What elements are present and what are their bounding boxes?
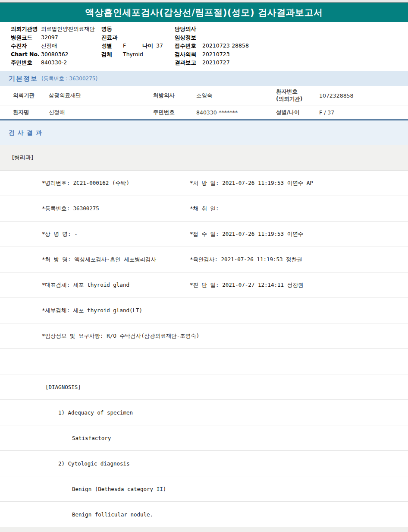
- patient-info-col3: 담당의사 임상정보 접수번호20210723-28858 검사의뢰2021072…: [175, 25, 249, 67]
- field-label: 담당의사: [175, 25, 202, 33]
- field-value: Thyroid: [123, 51, 143, 57]
- field-hospital-code: 병원코드32097: [11, 33, 95, 42]
- report-page: 액상흡인세포검사(갑상선/림프절)(성모) 검사결과보고서 의뢰기관명의료법인양…: [0, 0, 408, 532]
- sex-age-label: 성별/나이: [276, 108, 300, 116]
- report-title: 액상흡인세포검사(갑상선/림프절)(성모) 검사결과보고서: [85, 6, 323, 19]
- result-left: 2) Cytologic diagnosis: [58, 460, 130, 467]
- field-label: 병원코드: [11, 33, 41, 42]
- patient-info-col1: 의뢰기관명의료법인양진의료재단 병원코드32097 수진자신정애 Chart N…: [11, 25, 95, 67]
- field-ward: 병동: [101, 25, 163, 33]
- patient-info-col2: 병동 진료과 성별F나이37 검체Thyroid: [101, 25, 163, 58]
- row-registration-no: *등록번호: 36300275 *채 취 일:: [0, 196, 408, 222]
- patient-no-org-value: 1072328858: [319, 92, 354, 99]
- field-label: 접수번호: [175, 41, 202, 50]
- patient-name-label: 환자명: [13, 108, 29, 116]
- field-value: 20210727: [202, 59, 230, 66]
- results-section: 검 사 결 과 [병리과] *병리번호: ZC21-000162 (수탁) *처…: [0, 120, 408, 527]
- field-label: 성별: [101, 41, 123, 50]
- row-empty: [0, 349, 408, 374]
- prescribing-doctor-value: 조영숙: [196, 92, 213, 99]
- report-title-bar: 액상흡인세포검사(갑상선/림프절)(성모) 검사결과보고서: [0, 3, 408, 22]
- basic-info-row-2: 환자명 신정애 주민번호 840330-******* 성별/나이 F / 37: [0, 105, 408, 119]
- row-representative-specimen: *대표검체: 세포 thyroid gland *진 단 일: 2021-07-…: [0, 272, 408, 298]
- field-label: 주민번호: [11, 58, 41, 67]
- field-chart-no: Chart No.30080362: [11, 50, 95, 59]
- results-header: 검 사 결 과: [0, 120, 408, 145]
- basic-info-header: 기본정보 (등록번호 : 36300275): [0, 71, 408, 86]
- row-sub-specimen: *세부검체: 세포 thyroid gland(LT): [0, 298, 408, 323]
- bottom-strip: [0, 527, 408, 532]
- field-clinical-info: 임상정보: [175, 33, 249, 42]
- field-label: Chart No.: [11, 50, 41, 59]
- result-left: *처 방 명: 액상세포검사-흡인 세포병리검사: [42, 256, 156, 263]
- resident-no-value: 840330-*******: [196, 109, 238, 115]
- sex-age-value: F / 37: [319, 109, 334, 115]
- row-pathology-no: *병리번호: ZC21-000162 (수탁) *처 방 일: 2021-07-…: [0, 171, 408, 196]
- field-resident-no: 주민번호840330-2: [11, 58, 95, 67]
- result-right: *처 방 일: 2021-07-26 11:19:53 이연수 AP: [190, 180, 313, 187]
- result-left: Benign follicular nodule.: [72, 511, 153, 518]
- patient-name-value: 신정애: [49, 108, 65, 116]
- field-value-age: 37: [156, 42, 163, 49]
- row-cytologic-diagnosis: 2) Cytologic diagnosis: [0, 451, 408, 476]
- prescribing-doctor-label: 처방의사: [153, 92, 175, 99]
- field-label: 검사의뢰: [175, 50, 202, 59]
- result-right: *채 취 일:: [190, 205, 219, 212]
- department-label: [병리과]: [12, 154, 33, 162]
- row-benign-bethesda: Benign (Bethesda category II): [0, 476, 408, 502]
- row-satisfactory: Satisfactory: [0, 425, 408, 451]
- result-left: *등록번호: 36300275: [42, 205, 99, 212]
- patient-info-block: 의뢰기관명의료법인양진의료재단 병원코드32097 수진자신정애 Chart N…: [0, 22, 408, 68]
- referring-org-value: 삼광의료재단: [49, 92, 81, 99]
- result-left: *임상정보 및 요구사항: R/O 수탁검사(삼광의료재단-조영숙): [42, 332, 199, 340]
- field-label-age: 나이: [142, 41, 156, 50]
- patient-no-org-label: 환자번호 (의뢰기관): [276, 88, 302, 103]
- department-row: [병리과]: [0, 145, 408, 171]
- result-left: *병리번호: ZC21-000162 (수탁): [42, 180, 129, 187]
- basic-info-reg-no: (등록번호 : 36300275): [41, 75, 97, 82]
- field-sex-age: 성별F나이37: [101, 41, 163, 50]
- field-label: 수진자: [11, 41, 41, 50]
- row-benign-follicular: Benign follicular nodule.: [0, 502, 408, 527]
- row-clinical-request: *임상정보 및 요구사항: R/O 수탁검사(삼광의료재단-조영숙): [0, 323, 408, 349]
- field-receipt-no: 접수번호20210723-28858: [175, 41, 249, 50]
- row-order-name: *처 방 명: 액상세포검사-흡인 세포병리검사 *육안검사: 2021-07-…: [0, 247, 408, 272]
- field-value: 의료법인양진의료재단: [41, 25, 95, 32]
- field-label: 임상정보: [175, 33, 202, 42]
- basic-info-heading: 기본정보: [9, 75, 38, 83]
- results-heading: 검 사 결 과: [9, 129, 42, 137]
- result-right: *진 단 일: 2021-07-27 12:14:11 정찬권: [190, 282, 303, 289]
- field-value: 30080362: [41, 51, 69, 57]
- field-label: 병동: [101, 25, 123, 33]
- field-value: 20210723-28858: [202, 42, 249, 49]
- result-left: *상 병 명: -: [42, 231, 78, 238]
- row-diagnosis-header: [DIAGNOSIS]: [0, 374, 408, 400]
- field-institution-name: 의뢰기관명의료법인양진의료재단: [11, 25, 95, 33]
- result-right: *육안검사: 2021-07-26 11:19:53 정찬권: [190, 256, 302, 263]
- field-label: 결과보고: [175, 58, 202, 67]
- result-right: *접 수 일: 2021-07-26 11:19:53 이연수: [190, 231, 303, 238]
- field-value: 20210723: [202, 51, 230, 57]
- resident-no-label: 주민번호: [153, 108, 175, 116]
- field-label: 의뢰기관명: [11, 25, 41, 33]
- field-value: 신정애: [41, 42, 57, 49]
- field-report-date: 결과보고20210727: [175, 58, 249, 67]
- basic-info-row-1: 의뢰기관 삼광의료재단 처방의사 조영숙 환자번호 (의뢰기관) 1072328…: [0, 86, 408, 105]
- result-left: Benign (Bethesda category II): [72, 486, 166, 492]
- field-department: 진료과: [101, 33, 163, 42]
- basic-info-section: 기본정보 (등록번호 : 36300275) 의뢰기관 삼광의료재단 처방의사 …: [0, 71, 408, 120]
- field-label: 검체: [101, 50, 123, 59]
- field-value-sex: F: [123, 41, 142, 50]
- row-disease-name: *상 병 명: - *접 수 일: 2021-07-26 11:19:53 이연…: [0, 222, 408, 247]
- referring-org-label: 의뢰기관: [13, 92, 35, 99]
- field-attending-doctor: 담당의사: [175, 25, 249, 33]
- field-label: 진료과: [101, 33, 123, 42]
- field-examinee-name: 수진자신정애: [11, 41, 95, 50]
- field-specimen: 검체Thyroid: [101, 50, 163, 59]
- field-request-date: 검사의뢰20210723: [175, 50, 249, 59]
- result-left: [DIAGNOSIS]: [45, 384, 81, 390]
- field-value: 840330-2: [41, 59, 67, 66]
- result-left: Satisfactory: [72, 435, 111, 441]
- row-adequacy: 1) Adequacy of specimen: [0, 400, 408, 425]
- result-left: 1) Adequacy of specimen: [58, 409, 133, 416]
